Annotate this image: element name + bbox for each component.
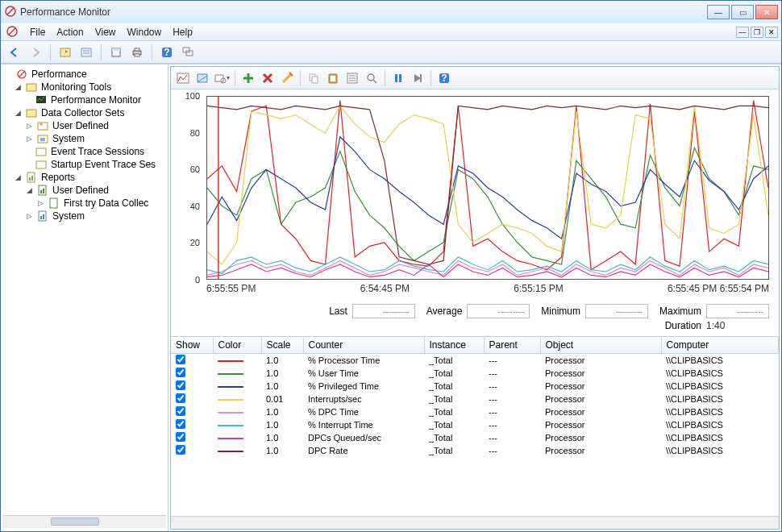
col-color[interactable]: Color (213, 337, 261, 354)
tree-system-label: System (52, 133, 85, 144)
table-row[interactable]: 1.0DPC Rate_Total---Processor\\CLIPBASIC… (171, 444, 779, 457)
table-row[interactable]: 1.0% Privileged Time_Total---Processor\\… (171, 380, 779, 393)
close-button[interactable]: ✕ (755, 5, 778, 19)
tree-root[interactable]: Performance (2, 68, 166, 81)
tree-reports-user-defined[interactable]: ◢User Defined (2, 184, 166, 197)
show-checkbox[interactable] (176, 406, 185, 416)
table-row[interactable]: 0.01Interrupts/sec_Total---Processor\\CL… (171, 393, 779, 405)
back-button[interactable] (6, 44, 23, 61)
tree-monitoring-tools[interactable]: ◢Monitoring Tools (2, 81, 166, 94)
maximize-button[interactable]: ▭ (731, 5, 754, 19)
max-value: --------- (706, 304, 769, 318)
col-object[interactable]: Object (540, 337, 661, 354)
col-show[interactable]: Show (171, 337, 213, 354)
cascade-button[interactable] (179, 44, 197, 61)
menu-action[interactable]: Action (56, 27, 83, 38)
help-button[interactable]: ? (158, 44, 176, 61)
print-button[interactable] (128, 44, 146, 61)
tree-data-collector-sets[interactable]: ◢Data Collector Sets (2, 106, 166, 119)
highlight-button[interactable] (278, 69, 296, 87)
menu-view[interactable]: View (95, 27, 116, 38)
svg-rect-5 (81, 48, 91, 56)
show-checkbox[interactable] (176, 432, 185, 442)
col-scale[interactable]: Scale (261, 337, 303, 354)
col-counter[interactable]: Counter (303, 337, 424, 354)
minimize-button[interactable]: ― (707, 5, 730, 19)
tree-system[interactable]: ▷System (2, 132, 166, 145)
show-hide-tree-button[interactable] (56, 44, 74, 61)
menu-window[interactable]: Window (127, 27, 162, 38)
table-row[interactable]: 1.0% Processor Time_Total---Processor\\C… (171, 354, 779, 368)
menu-file[interactable]: File (30, 27, 45, 38)
show-checkbox[interactable] (176, 380, 185, 390)
mdi-restore[interactable]: ❐ (751, 27, 763, 38)
update-button[interactable] (409, 69, 426, 87)
chart-help-button[interactable]: ? (435, 69, 453, 87)
table-row[interactable]: 1.0DPCs Queued/sec_Total---Processor\\CL… (171, 431, 779, 444)
freeze-button[interactable] (389, 69, 407, 87)
add-counter-button[interactable] (239, 69, 257, 87)
svg-text:?: ? (441, 73, 447, 84)
table-row[interactable]: 1.0% Interrupt Time_Total---Processor\\C… (171, 418, 779, 431)
properties-button[interactable] (77, 44, 95, 61)
show-checkbox[interactable] (176, 419, 185, 429)
view-line-button[interactable] (174, 69, 192, 87)
cell-instance: _Total (424, 367, 484, 380)
x-axis: 6:55:55 PM 6:54:45 PM 6:55:15 PM 6:55:45… (206, 283, 769, 296)
cell-object: Processor (540, 405, 661, 418)
tree-startup-event-trace[interactable]: Startup Event Trace Ses (2, 158, 166, 171)
tree-event-trace-label: Event Trace Sessions (51, 146, 144, 157)
xtick-0: 6:55:55 PM (206, 283, 256, 296)
zoom-button[interactable] (363, 69, 381, 87)
tree-user-defined[interactable]: ▷User Defined (2, 119, 166, 132)
tree-performance-monitor[interactable]: Performance Monitor (2, 94, 166, 106)
mdi-close[interactable]: ✕ (765, 27, 778, 38)
counter-table[interactable]: Show Color Scale Counter Instance Parent… (171, 336, 779, 516)
tree-h-scrollbar[interactable] (2, 515, 166, 528)
forward-button[interactable] (27, 44, 44, 61)
ytick-80: 80 (190, 128, 200, 138)
line-chart[interactable] (206, 96, 769, 280)
view-histogram-button[interactable] (193, 69, 211, 87)
svg-rect-52 (399, 74, 401, 82)
show-checkbox[interactable] (176, 393, 185, 403)
properties-icon-button[interactable] (343, 69, 361, 87)
cell-instance: _Total (424, 354, 484, 368)
cell-scale: 0.01 (261, 393, 303, 405)
tree-reports-system[interactable]: ▷System (2, 210, 166, 222)
col-instance[interactable]: Instance (424, 337, 484, 354)
cell-computer: \\CLIPBASICS (661, 405, 779, 418)
mdi-minimize[interactable]: ― (736, 27, 749, 38)
show-checkbox[interactable] (176, 445, 185, 455)
cell-computer: \\CLIPBASICS (661, 431, 779, 444)
menu-help[interactable]: Help (173, 27, 193, 38)
col-computer[interactable]: Computer (661, 337, 779, 354)
copy-button[interactable] (305, 69, 322, 87)
ytick-60: 60 (190, 164, 200, 174)
cell-scale: 1.0 (261, 367, 303, 380)
cell-instance: _Total (424, 393, 484, 405)
new-window-button[interactable] (107, 44, 125, 61)
show-checkbox[interactable] (176, 368, 185, 377)
show-checkbox[interactable] (176, 355, 185, 364)
xtick-2: 6:55:15 PM (514, 283, 563, 296)
table-h-scrollbar[interactable] (171, 516, 779, 529)
svg-rect-11 (135, 48, 139, 51)
tree-first-try[interactable]: ▷First try Data Collec (2, 197, 166, 210)
tree-reports[interactable]: ◢Reports (2, 171, 166, 184)
color-swatch (218, 425, 243, 426)
table-row[interactable]: 1.0% User Time_Total---Processor\\CLIPBA… (171, 367, 779, 380)
tree-event-trace[interactable]: Event Trace Sessions (2, 145, 166, 158)
chart-toolbar: ▾ ? (171, 67, 779, 89)
xtick-1: 6:54:45 PM (360, 283, 410, 296)
view-report-button[interactable]: ▾ (213, 69, 231, 87)
paste-button[interactable] (324, 69, 342, 87)
cell-scale: 1.0 (261, 431, 303, 444)
table-row[interactable]: 1.0% DPC Time_Total---Processor\\CLIPBAS… (171, 405, 779, 418)
cell-counter: % Privileged Time (303, 380, 424, 393)
ytick-40: 40 (190, 202, 200, 211)
ytick-20: 20 (190, 238, 200, 247)
col-parent[interactable]: Parent (484, 337, 540, 354)
delete-counter-button[interactable] (259, 69, 277, 87)
color-swatch (218, 399, 243, 401)
